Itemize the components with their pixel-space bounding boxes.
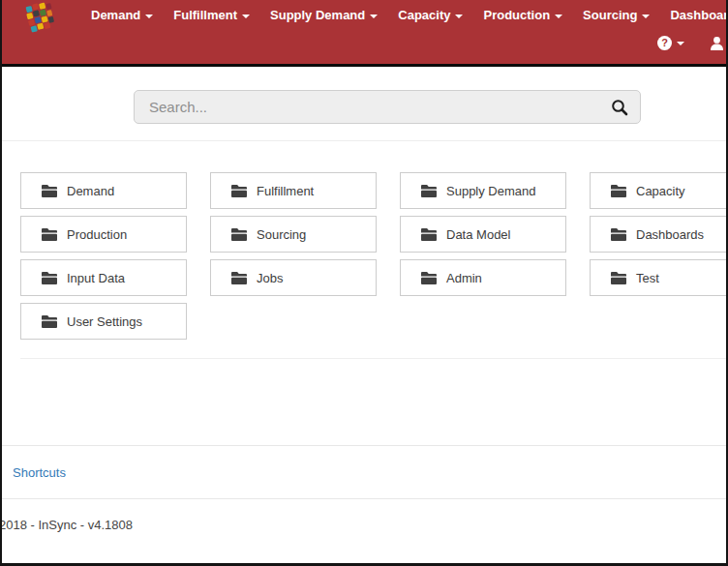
nav-item-demand[interactable]: Demand xyxy=(91,7,153,24)
tile-data-model[interactable]: Data Model xyxy=(400,216,566,253)
tile-production[interactable]: Production xyxy=(20,216,187,253)
tile-sourcing[interactable]: Sourcing xyxy=(210,216,377,253)
nav-item-capacity[interactable]: Capacity xyxy=(398,7,463,24)
folder-icon xyxy=(611,228,626,241)
shortcuts-link[interactable]: Shortcuts xyxy=(13,465,66,480)
nav-item-fulfillment[interactable]: Fulfillment xyxy=(173,7,250,24)
folder-icon xyxy=(421,272,437,284)
chevron-down-icon xyxy=(145,15,153,18)
folder-icon xyxy=(42,228,57,241)
search-input[interactable] xyxy=(135,91,605,123)
shortcuts-section: Shortcuts xyxy=(2,445,726,498)
tile-input-data[interactable]: Input Data xyxy=(20,259,187,296)
tile-admin[interactable]: Admin xyxy=(400,259,566,296)
magnifier-icon xyxy=(611,99,628,116)
folder-icon xyxy=(611,272,626,284)
tile-demand[interactable]: Demand xyxy=(20,172,187,209)
tile-dashboards[interactable]: Dashboards xyxy=(590,216,728,253)
folder-icon xyxy=(421,228,437,241)
folder-icon xyxy=(231,272,247,284)
chevron-down-icon xyxy=(370,15,378,18)
rubiks-cube-logo-icon[interactable] xyxy=(23,2,58,43)
nav-item-sourcing[interactable]: Sourcing xyxy=(583,7,650,24)
chevron-down-icon xyxy=(455,15,463,18)
folder-icon xyxy=(421,185,437,197)
folder-icon xyxy=(611,185,626,197)
search-button[interactable] xyxy=(605,99,640,116)
user-icon xyxy=(711,37,723,50)
nav-item-dashboards[interactable]: Dashboards xyxy=(670,7,728,24)
module-tiles-section: Demand Fulfillment Supply Demand Capacit… xyxy=(2,172,726,445)
tile-supply-demand[interactable]: Supply Demand xyxy=(400,172,566,209)
folder-icon xyxy=(42,185,57,197)
navbar-utility-area: ? RJ xyxy=(657,36,728,50)
nav-item-supply-demand[interactable]: Supply Demand xyxy=(270,7,378,24)
folder-icon xyxy=(231,185,247,197)
search-section xyxy=(2,67,726,141)
nav-item-production[interactable]: Production xyxy=(483,7,562,24)
app-window: Demand Fulfillment Supply Demand Capacit… xyxy=(0,0,728,566)
search-box xyxy=(134,90,641,124)
top-navbar: Demand Fulfillment Supply Demand Capacit… xyxy=(2,0,726,67)
folder-icon xyxy=(231,228,247,241)
tile-test[interactable]: Test xyxy=(590,259,728,296)
folder-icon xyxy=(42,315,57,328)
chevron-down-icon xyxy=(555,15,562,18)
help-menu[interactable]: ? xyxy=(657,36,684,50)
chevron-down-icon xyxy=(242,15,250,18)
tile-user-settings[interactable]: User Settings xyxy=(20,303,187,340)
module-tiles-grid: Demand Fulfillment Supply Demand Capacit… xyxy=(20,172,728,340)
page-footer: 2018 - InSync - v4.1808 xyxy=(2,498,726,566)
version-text: 2018 - InSync - v4.1808 xyxy=(0,518,133,532)
section-divider xyxy=(20,358,726,359)
chevron-down-icon xyxy=(642,15,650,18)
chevron-down-icon xyxy=(677,42,684,45)
main-menu: Demand Fulfillment Supply Demand Capacit… xyxy=(2,0,726,24)
tile-fulfillment[interactable]: Fulfillment xyxy=(210,172,377,209)
tile-capacity[interactable]: Capacity xyxy=(590,172,728,209)
folder-icon xyxy=(42,272,57,284)
question-circle-icon: ? xyxy=(657,36,672,50)
user-menu[interactable]: RJ xyxy=(711,37,728,50)
tile-jobs[interactable]: Jobs xyxy=(210,259,377,296)
